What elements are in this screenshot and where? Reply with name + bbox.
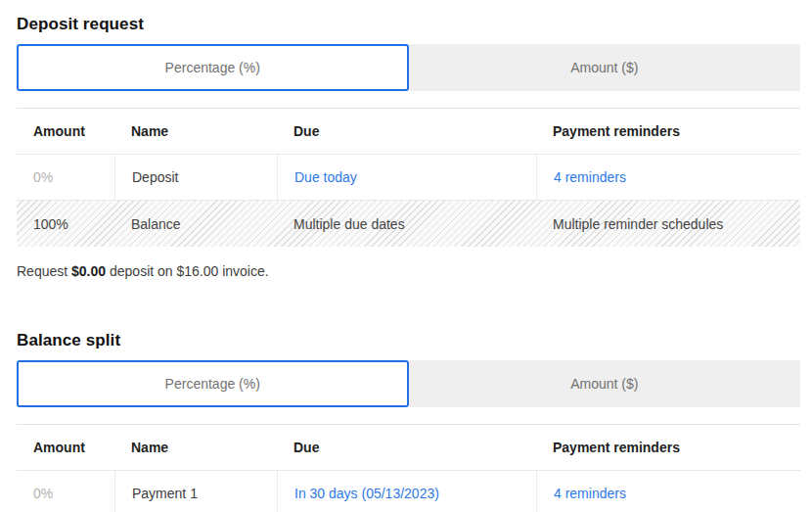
balance-split-title: Balance split bbox=[17, 331, 800, 350]
due-cell: Due today bbox=[277, 155, 536, 200]
table-row-payment-1: 0% Payment 1 In 30 days (05/13/2023) 4 r… bbox=[17, 471, 800, 512]
reminders-cell: 4 reminders bbox=[536, 471, 800, 512]
deposit-summary-suffix: deposit on $16.00 invoice. bbox=[106, 263, 269, 279]
tab-percentage[interactable]: Percentage (%) bbox=[17, 360, 409, 407]
tab-amount[interactable]: Amount ($) bbox=[409, 360, 801, 407]
deposit-amount-type-toggle: Percentage (%) Amount ($) bbox=[17, 44, 800, 91]
deposit-request-section: Deposit request Percentage (%) Amount ($… bbox=[17, 15, 800, 280]
due-cell: Multiple due dates bbox=[277, 201, 536, 247]
deposit-request-title: Deposit request bbox=[17, 15, 800, 34]
deposit-table: Amount Name Due Payment reminders 0% Dep… bbox=[17, 108, 800, 247]
name-cell[interactable]: Deposit bbox=[114, 155, 277, 200]
balance-amount-type-toggle: Percentage (%) Amount ($) bbox=[17, 360, 800, 407]
reminders-cell: Multiple reminder schedules bbox=[536, 201, 800, 247]
due-today-link[interactable]: Due today bbox=[294, 169, 357, 185]
amount-cell[interactable]: 0% bbox=[17, 155, 114, 200]
table-header-row: Amount Name Due Payment reminders bbox=[17, 425, 800, 471]
table-header-row: Amount Name Due Payment reminders bbox=[17, 109, 800, 155]
column-header-due: Due bbox=[277, 109, 536, 154]
column-header-payment-reminders: Payment reminders bbox=[536, 109, 800, 154]
amount-cell[interactable]: 0% bbox=[17, 471, 114, 512]
deposit-summary-prefix: Request bbox=[17, 263, 71, 279]
column-header-name: Name bbox=[114, 425, 277, 470]
deposit-reminders-link[interactable]: 4 reminders bbox=[554, 169, 626, 185]
payment1-due-link[interactable]: In 30 days (05/13/2023) bbox=[294, 486, 439, 501]
due-cell: In 30 days (05/13/2023) bbox=[277, 471, 536, 512]
column-header-due: Due bbox=[277, 425, 536, 470]
deposit-summary-text: Request $0.00 deposit on $16.00 invoice. bbox=[17, 263, 800, 280]
tab-amount[interactable]: Amount ($) bbox=[409, 44, 801, 91]
table-row-balance: 100% Balance Multiple due dates Multiple… bbox=[17, 201, 800, 247]
amount-cell: 100% bbox=[17, 201, 114, 247]
reminders-cell: 4 reminders bbox=[536, 155, 800, 200]
deposit-summary-amount: $0.00 bbox=[71, 263, 106, 279]
column-header-amount: Amount bbox=[17, 109, 114, 154]
column-header-amount: Amount bbox=[17, 425, 114, 470]
name-cell: Balance bbox=[114, 201, 277, 247]
column-header-payment-reminders: Payment reminders bbox=[536, 425, 800, 470]
tab-percentage[interactable]: Percentage (%) bbox=[17, 44, 409, 91]
name-cell[interactable]: Payment 1 bbox=[114, 471, 277, 512]
balance-split-table: Amount Name Due Payment reminders 0% Pay… bbox=[17, 424, 800, 512]
balance-split-section: Balance split Percentage (%) Amount ($) … bbox=[17, 331, 800, 512]
deposit-settings-panel: Deposit request Percentage (%) Amount ($… bbox=[0, 0, 812, 512]
payment1-reminders-link[interactable]: 4 reminders bbox=[554, 486, 626, 501]
table-row-deposit: 0% Deposit Due today 4 reminders bbox=[17, 155, 800, 201]
column-header-name: Name bbox=[114, 109, 277, 154]
